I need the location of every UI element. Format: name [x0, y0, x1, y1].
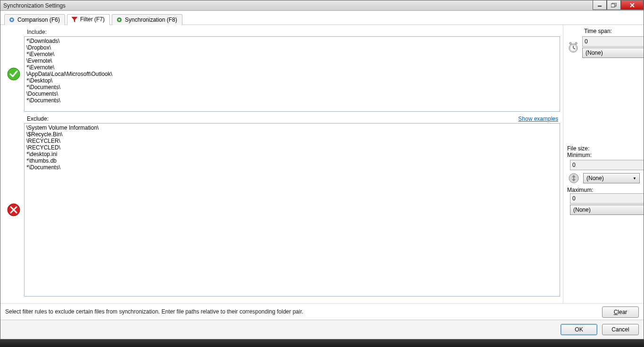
minimize-icon	[597, 3, 602, 7]
minimum-label: Minimum:	[567, 152, 640, 158]
cancel-button[interactable]: Cancel	[602, 324, 639, 335]
footer: OK Cancel	[0, 320, 644, 339]
filesize-icon-row: (None) ▼	[567, 172, 640, 185]
clear-button[interactable]: Clear	[602, 306, 639, 318]
ok-label: OK	[575, 326, 583, 333]
x-circle-icon	[7, 203, 21, 217]
cancel-label: Cancel	[611, 326, 629, 333]
exclude-header: Exclude: Show examples	[0, 116, 563, 123]
include-textarea[interactable]	[24, 36, 560, 112]
svg-point-9	[8, 68, 20, 80]
max-spinner[interactable]: ▲ ▼	[570, 193, 644, 204]
include-icon-wrap	[3, 67, 24, 81]
tab-bar: Comparison (F6) Filter (F7) Synchronizat…	[0, 11, 644, 25]
minimize-button[interactable]	[593, 0, 607, 10]
ok-button[interactable]: OK	[561, 324, 597, 335]
svg-point-16	[575, 42, 577, 44]
combo-value: (None)	[586, 50, 603, 56]
titlebar: Synchronization Settings	[0, 0, 644, 11]
tab-filter[interactable]: Filter (F7)	[67, 14, 110, 25]
maximize-button[interactable]	[607, 0, 621, 10]
svg-point-15	[570, 42, 571, 44]
gear-icon	[8, 17, 15, 23]
svg-point-8	[118, 19, 120, 21]
filter-panel: Include: Exclude: Show examples	[0, 25, 563, 303]
max-input[interactable]	[570, 193, 644, 204]
window-controls	[593, 0, 644, 10]
tab-label: Filter (F7)	[80, 16, 105, 23]
status-text: Select filter rules to exclude certain f…	[5, 308, 303, 316]
tab-label: Comparison (F6)	[17, 17, 60, 23]
chevron-down-icon: ▼	[633, 176, 636, 181]
min-unit-combo[interactable]: (None) ▼	[583, 173, 640, 183]
right-panel: Time span: ▲	[563, 25, 644, 303]
gear-green-icon	[116, 17, 123, 23]
tab-label: Synchronization (F8)	[125, 17, 177, 23]
clock-icon	[567, 41, 579, 54]
filesize-min-row: ▲ ▼	[567, 158, 640, 172]
min-spinner[interactable]: ▲ ▼	[570, 160, 644, 170]
settings-window: Synchronization Settings Comparison (F6)	[0, 0, 644, 339]
exclude-textarea[interactable]	[24, 123, 560, 297]
filesize-max-row: ▲ ▼ (None) ▼	[567, 193, 640, 215]
tab-synchronization[interactable]: Synchronization (F8)	[112, 14, 182, 25]
exclude-row	[0, 123, 563, 300]
min-input[interactable]	[570, 160, 644, 170]
timespan-spinner[interactable]: ▲ ▼	[582, 36, 644, 47]
exclude-label: Exclude:	[27, 116, 49, 122]
timespan-input[interactable]	[582, 36, 644, 47]
filesize-label: File size:	[567, 145, 640, 152]
timespan-label: Time span:	[584, 28, 640, 34]
combo-value: (None)	[573, 207, 591, 213]
timespan-row: ▲ ▼ (None) ▼	[567, 36, 640, 58]
include-row	[0, 36, 563, 116]
timespan-unit-combo[interactable]: (None) ▼	[582, 48, 644, 58]
content: Include: Exclude: Show examples	[0, 25, 644, 320]
show-examples-link[interactable]: Show examples	[518, 116, 558, 122]
filesize-block: File size: Minimum: ▲ ▼	[567, 145, 640, 215]
svg-point-6	[11, 19, 13, 21]
timespan-controls: ▲ ▼ (None) ▼	[582, 36, 644, 58]
status-bar: Select filter rules to exclude certain f…	[0, 303, 644, 320]
exclude-icon-wrap	[3, 203, 24, 217]
taskbar	[0, 339, 644, 347]
check-circle-icon	[7, 67, 21, 81]
window-title: Synchronization Settings	[3, 2, 66, 9]
close-icon	[629, 3, 635, 8]
maximum-label: Maximum:	[567, 187, 640, 193]
tab-comparison[interactable]: Comparison (F6)	[4, 14, 65, 25]
svg-rect-2	[611, 4, 615, 7]
close-button[interactable]	[621, 0, 644, 10]
clear-rest: lear	[618, 309, 627, 315]
maximize-icon	[611, 3, 617, 8]
combo-value: (None)	[586, 175, 604, 182]
updown-arrow-icon	[567, 172, 580, 185]
include-label: Include:	[0, 29, 563, 36]
funnel-icon	[71, 16, 78, 23]
max-unit-combo[interactable]: (None) ▼	[570, 205, 644, 215]
